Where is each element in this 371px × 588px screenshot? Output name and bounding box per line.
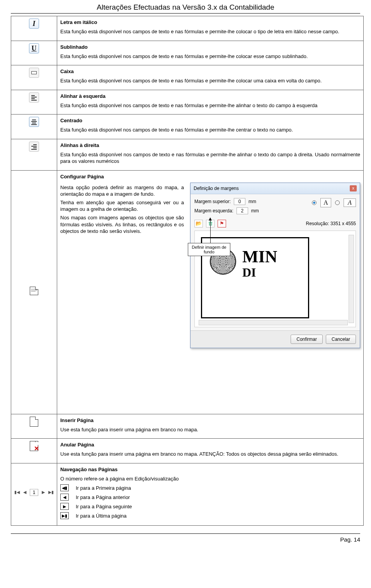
icon-cell-alignright bbox=[11, 139, 57, 170]
open-folder-icon[interactable]: 📂 bbox=[194, 220, 203, 227]
nav-next-small-icon: ▶ bbox=[60, 503, 69, 510]
pagesetup-p2: Tenha em atenção que apenas conseguirá v… bbox=[60, 199, 184, 213]
page-footer: Pag. 14 bbox=[11, 533, 360, 543]
scrollbar-vertical[interactable] bbox=[349, 235, 354, 323]
resolution-label: Resolução: 3351 x 4555 bbox=[306, 221, 356, 226]
align-right-icon bbox=[29, 142, 39, 152]
title-nav: Navegação nas Páginas bbox=[60, 467, 360, 472]
page-header: Alterações Efectuadas na Versão 3.x da C… bbox=[11, 0, 360, 14]
title-box: Caixa bbox=[60, 68, 360, 74]
label-margin-top: Margem superior: bbox=[194, 199, 231, 204]
desc-box: Caixa Esta função está disponível nos ca… bbox=[57, 65, 364, 90]
nav-last-small-icon: ▶▮ bbox=[60, 512, 69, 519]
icon-cell-alignleft bbox=[11, 90, 57, 115]
align-left-icon bbox=[29, 92, 39, 103]
radio-landscape[interactable] bbox=[335, 200, 340, 205]
confirm-button[interactable]: Confirmar bbox=[291, 335, 323, 344]
cancel-button[interactable]: Cancelar bbox=[326, 335, 356, 344]
preview-text-2: DI bbox=[242, 265, 277, 280]
para-underline: Esta função está disponível nos campos d… bbox=[60, 53, 360, 60]
pagesetup-p3: Nos mapas com imagens apenas os objectos… bbox=[60, 214, 184, 235]
nav-last-label: Ir para a Última página bbox=[76, 513, 127, 519]
title-italic: Letra em itálico bbox=[60, 19, 360, 25]
dialog-title: Definição de margens bbox=[194, 186, 239, 191]
desc-underline: Sublinhado Esta função está disponível n… bbox=[57, 41, 364, 65]
flag-icon[interactable]: ⚑ bbox=[218, 220, 226, 227]
insert-page-icon bbox=[30, 417, 38, 427]
radio-portrait[interactable] bbox=[312, 200, 317, 205]
close-icon[interactable]: x bbox=[350, 185, 357, 191]
input-margin-left[interactable]: 2 bbox=[237, 207, 248, 214]
title-insert: Inserir Página bbox=[60, 417, 360, 423]
features-table: I Letra em itálico Esta função está disp… bbox=[11, 16, 364, 526]
desc-alignright: Alinhas à direita Esta função está dispo… bbox=[57, 139, 364, 170]
para-insert: Use esta função para inserir uma página … bbox=[60, 426, 360, 433]
unit-mm-2: mm bbox=[251, 208, 259, 214]
para-box: Esta função está disponível nos campos d… bbox=[60, 77, 360, 84]
callout-arrow-head bbox=[209, 217, 212, 220]
underline-icon: U bbox=[29, 43, 39, 53]
title-alignright: Alinhas à direita bbox=[60, 142, 360, 148]
margins-dialog: Definição de margens x Margem superior: bbox=[190, 183, 360, 348]
nav-last-icon[interactable]: ▶▮ bbox=[48, 490, 54, 495]
callout-arrow-line bbox=[210, 220, 211, 243]
desc-alignleft: Alinhar à esquerda Esta função está disp… bbox=[57, 90, 364, 115]
icon-cell-insert bbox=[11, 414, 57, 439]
para-center: Esta função está disponível nos campos d… bbox=[60, 126, 360, 133]
nav-first-icon[interactable]: ▮◀ bbox=[14, 490, 20, 495]
icon-cell-italic: I bbox=[11, 16, 57, 41]
desc-annul: Anular Página Use esta função para inser… bbox=[57, 439, 364, 463]
nav-prev-label: Ir para a Página anterior bbox=[76, 494, 130, 500]
para-alignleft: Esta função está disponível nos campos d… bbox=[60, 102, 360, 109]
label-margin-left: Margem esquerda: bbox=[194, 208, 233, 214]
preview-text-1: MIN bbox=[242, 248, 277, 265]
nav-next-icon[interactable]: ▶ bbox=[41, 490, 46, 495]
pagesetup-p1: Nesta opção poderá definir as margens do… bbox=[60, 184, 184, 198]
nav-first-label: Ir para a Primeira página bbox=[76, 485, 131, 491]
desc-pagesetup: Configurar Página Nesta opção poderá def… bbox=[57, 170, 364, 414]
icon-cell-box bbox=[11, 65, 57, 90]
icon-cell-underline: U bbox=[11, 41, 57, 65]
title-underline: Sublinhado bbox=[60, 44, 360, 50]
nav-prev-icon[interactable]: ◀ bbox=[22, 490, 27, 495]
scrollbar-horizontal[interactable] bbox=[199, 320, 348, 325]
icon-cell-nav: ▮◀ ◀ 1 ▶ ▶▮ bbox=[11, 463, 57, 526]
title-alignleft: Alinhar à esquerda bbox=[60, 93, 360, 99]
icon-cell-pagesetup bbox=[11, 170, 57, 414]
title-pagesetup: Configurar Página bbox=[60, 174, 360, 179]
align-center-icon bbox=[29, 117, 39, 127]
icon-cell-center bbox=[11, 115, 57, 139]
nav-page-number[interactable]: 1 bbox=[30, 489, 38, 496]
title-annul: Anular Página bbox=[60, 442, 360, 448]
orientation-landscape-icon: A bbox=[344, 198, 356, 207]
nav-next-label: Ir para a Página seguinte bbox=[76, 504, 132, 509]
dialog-wrapper: Definição de margens x Margem superior: bbox=[190, 183, 360, 348]
input-margin-top[interactable]: 0 bbox=[234, 198, 245, 205]
page-setup-icon bbox=[30, 287, 38, 295]
italic-icon: I bbox=[29, 19, 39, 29]
unit-mm-1: mm bbox=[248, 199, 256, 204]
para-italic: Esta função está disponível nos campos d… bbox=[60, 28, 360, 35]
para-alignright: Esta função está disponível nos campos d… bbox=[60, 151, 360, 165]
para-annul: Use esta função para inserir uma página … bbox=[60, 451, 360, 458]
callout-define-bg: Definir imagem de fundo bbox=[188, 243, 230, 256]
nav-first-small-icon: ◀▮ bbox=[60, 484, 69, 491]
desc-italic: Letra em itálico Esta função está dispon… bbox=[57, 16, 364, 41]
annul-page-icon bbox=[30, 441, 38, 451]
title-center: Centrado bbox=[60, 118, 360, 123]
nav-prev-small-icon: ◀ bbox=[60, 494, 69, 501]
orientation-portrait-icon: A bbox=[320, 198, 331, 207]
para-nav: O número refere-se à página em Edição/vi… bbox=[60, 475, 360, 482]
icon-cell-annul bbox=[11, 439, 57, 463]
desc-center: Centrado Esta função está disponível nos… bbox=[57, 115, 364, 139]
desc-insert: Inserir Página Use esta função para inse… bbox=[57, 414, 364, 439]
desc-nav: Navegação nas Páginas O número refere-se… bbox=[57, 463, 364, 526]
box-icon bbox=[29, 68, 39, 78]
